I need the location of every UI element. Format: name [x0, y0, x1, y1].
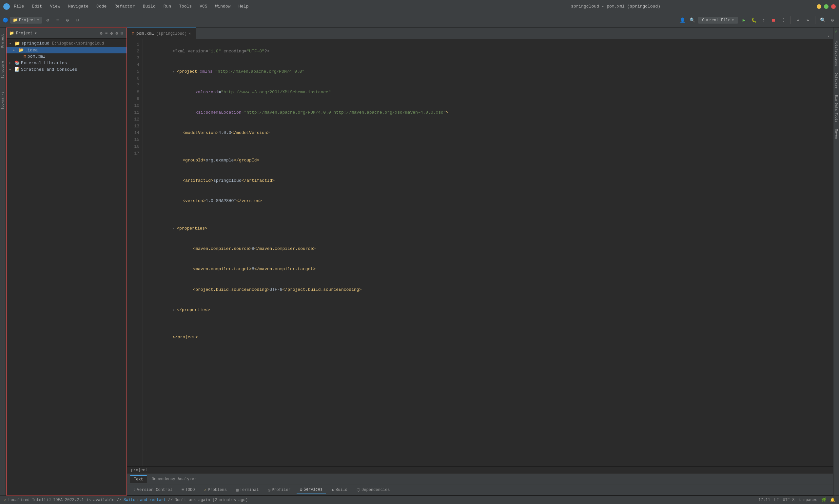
tool-tab-vcs[interactable]: ↕ Version Control [130, 486, 176, 493]
root-folder-icon: 📁 [14, 41, 20, 46]
git-icon[interactable]: 🌿 [821, 498, 826, 502]
menu-view[interactable]: View [49, 3, 61, 10]
minus-icon[interactable]: ⊟ [73, 16, 81, 24]
tool-tab-build[interactable]: ▶ Build [328, 486, 351, 494]
bottom-tab-dependency[interactable]: Dependency Analyzer [148, 475, 200, 483]
menu-help[interactable]: Help [237, 3, 250, 10]
fold-icon-15[interactable]: ▾ [172, 308, 177, 312]
code-line-7: <groupId>org.example</groupId> [147, 150, 829, 170]
project-panel-label[interactable]: Project [1, 34, 5, 48]
editor-tab-pomxml[interactable]: m pom.xml (springcloud) × [127, 28, 196, 39]
debug-button[interactable]: 🐛 [750, 16, 758, 24]
run-with-coverage[interactable]: ☂ [760, 16, 768, 24]
tree-item-pomxml[interactable]: m pom.xml [6, 53, 126, 59]
status-warn-icon: ⚠ [4, 498, 6, 502]
bookmarks-panel-label[interactable]: Bookmarks [1, 92, 5, 109]
notifications-count[interactable]: 🔔 [830, 498, 835, 502]
menu-run[interactable]: Run [162, 3, 172, 10]
editor-content: 1 2 3 4 5 6 7 8 9 10 11 12 13 14 15 16 1… [127, 39, 833, 466]
close-button[interactable] [831, 4, 836, 9]
filter-icon[interactable]: ⚙ [64, 16, 71, 24]
code-area[interactable]: <?xml version="1.0" encoding="UTF-8"?> ▾… [143, 39, 833, 466]
notifications-label[interactable]: Notifications [834, 41, 838, 66]
tree-item-external-libs[interactable]: 📚 External Libraries [6, 59, 126, 66]
current-file-button[interactable]: Current File [698, 17, 738, 23]
project-panel: 📁 Project ⚙ ≡ ⚙ ⚙ ⊟ 📁 springcloud E:\log… [6, 28, 127, 496]
ln-10: 10 [127, 103, 139, 109]
project-panel-layout-icon[interactable]: ≡ [105, 30, 108, 37]
big-data-label[interactable]: Big Data Tools [834, 95, 838, 123]
status-right: 17:11 LF UTF-8 4 spaces 🌿 🔔 [758, 498, 835, 502]
vcs-label: Version Control [137, 488, 172, 492]
more-actions[interactable]: ⋮ [779, 16, 787, 24]
terminal-icon: ▤ [236, 487, 239, 492]
project-panel-chevron[interactable] [34, 31, 37, 36]
toolbar: 🔵 📁 Project ⚙ ≡ ⚙ ⊟ 👤 🔍 Current File ▶ 🐛… [0, 13, 839, 28]
bottom-breadcrumb: project [127, 467, 833, 474]
tree-item-scratches[interactable]: 📝 Scratches and Consoles [6, 66, 126, 73]
maven-label[interactable]: Maven [834, 129, 838, 139]
project-panel-settings-icon[interactable]: ⚙ [99, 30, 103, 37]
tool-tab-profiler[interactable]: ◎ Profiler [264, 486, 294, 494]
menu-tools[interactable]: Tools [178, 3, 193, 10]
vcs-icon: ↕ [133, 487, 136, 492]
encoding[interactable]: UTF-8 [783, 498, 794, 502]
tree-item-root[interactable]: 📁 springcloud E:\logback\springcloud [6, 40, 126, 47]
tool-tab-terminal[interactable]: ▤ Terminal [233, 486, 262, 494]
root-path: E:\logback\springcloud [52, 41, 104, 46]
minimize-button[interactable] [817, 4, 821, 9]
settings-icon[interactable]: ⚙ [44, 16, 52, 24]
bottom-tab-text[interactable]: Text [130, 475, 147, 483]
line-ending[interactable]: LF [774, 498, 779, 502]
root-label: springcloud [21, 41, 50, 46]
project-panel-close-icon[interactable]: ⊟ [120, 30, 124, 37]
menu-refactor[interactable]: Refactor [113, 3, 136, 10]
problems-label: Problems [208, 488, 227, 492]
switch-restart-link[interactable]: Switch and restart [124, 498, 166, 502]
ext-libs-arrow [9, 61, 13, 65]
tree-item-idea[interactable]: 📂 .idea [6, 47, 126, 53]
search-everywhere-icon[interactable]: 🔍 [819, 16, 826, 24]
profile-icon[interactable]: 👤 [678, 16, 686, 24]
menu-build[interactable]: Build [142, 3, 157, 10]
maximize-button[interactable] [824, 4, 828, 9]
menu-navigate[interactable]: Navigate [67, 3, 90, 10]
run-button[interactable]: ▶ [740, 16, 748, 24]
editor-tabs: m pom.xml (springcloud) × ⋮ [127, 28, 833, 39]
project-dropdown-chevron [37, 18, 39, 23]
menu-code[interactable]: Code [95, 3, 108, 10]
tool-tab-problems[interactable]: ⚠ Problems [200, 486, 230, 494]
indent[interactable]: 4 spaces [798, 498, 817, 502]
code-line-16 [147, 321, 829, 327]
undo-icon[interactable]: ↩ [794, 16, 802, 24]
structure-panel-label[interactable]: Structure [1, 61, 5, 78]
tab-recent-icon[interactable]: ⋮ [826, 34, 831, 39]
fold-icon-2[interactable]: ▾ [172, 70, 177, 74]
search-icon[interactable]: 🔍 [688, 16, 696, 24]
code-line-1: <?xml version="1.0" encoding="UTF-8"?> [147, 41, 829, 61]
project-panel-title-area: 📁 Project [9, 31, 37, 36]
editor-area: m pom.xml (springcloud) × ⋮ 1 2 3 4 5 6 … [127, 28, 833, 496]
stop-button[interactable]: ⏹ [770, 16, 777, 24]
code-line-12: <maven.compiler.source>8</maven.compiler… [147, 239, 829, 259]
code-line-17: </project> [147, 327, 829, 347]
project-panel-filter-icon[interactable]: ⚙ [110, 30, 114, 37]
ln-6: 6 [127, 75, 139, 82]
tool-tab-todo[interactable]: ≡ TODO [178, 486, 198, 493]
tab-close-icon[interactable]: × [189, 32, 191, 36]
project-panel-gear-icon[interactable]: ⚙ [115, 30, 119, 37]
menu-window[interactable]: Window [214, 3, 232, 10]
redo-icon[interactable]: ↪ [804, 16, 812, 24]
tool-tab-services[interactable]: ⚙ Services [297, 486, 326, 494]
list-icon[interactable]: ≡ [54, 16, 62, 24]
menu-file[interactable]: File [13, 3, 25, 10]
menu-vcs[interactable]: VCS [198, 3, 208, 10]
project-dropdown[interactable]: 📁 Project [10, 17, 42, 23]
ln-9: 9 [127, 96, 139, 103]
settings-toolbar-icon[interactable]: ⚙ [828, 16, 836, 24]
code-line-10 [147, 212, 829, 218]
tool-tab-dependencies[interactable]: ⬡ Dependencies [353, 486, 393, 494]
database-label[interactable]: Database [834, 73, 838, 88]
menu-edit[interactable]: Edit [31, 3, 43, 10]
fold-icon-11[interactable]: ▾ [172, 227, 177, 231]
